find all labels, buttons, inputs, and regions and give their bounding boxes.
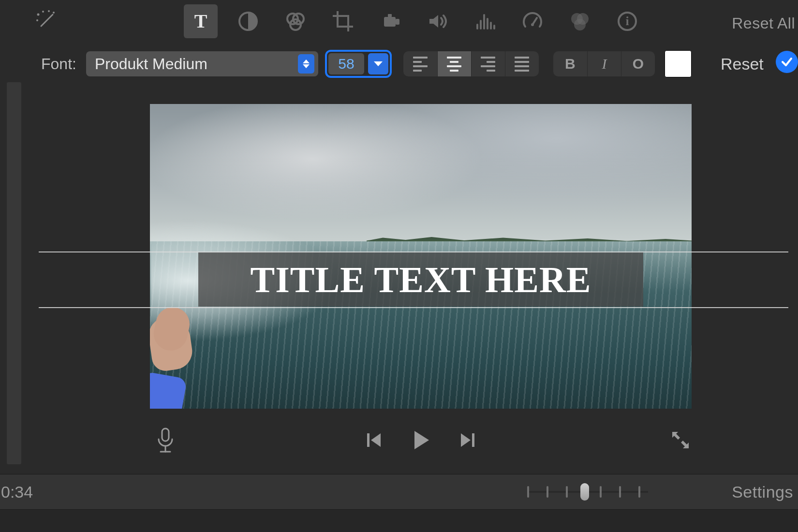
svg-point-3 bbox=[48, 10, 50, 12]
color-correction-inspector-tab[interactable] bbox=[279, 4, 312, 38]
svg-rect-13 bbox=[388, 14, 392, 17]
timeline-zoom-slider[interactable] bbox=[527, 482, 648, 502]
timeline-toolbar: 0:34 Settings bbox=[0, 474, 798, 510]
check-icon bbox=[781, 56, 793, 68]
inspector-strip: T i Reset All bbox=[0, 0, 798, 43]
previous-frame-button[interactable] bbox=[364, 430, 384, 450]
align-left-button[interactable] bbox=[403, 51, 437, 76]
effects-inspector-tab[interactable] bbox=[563, 4, 597, 38]
timecode-display: 0:34 bbox=[1, 483, 33, 502]
svg-rect-27 bbox=[162, 429, 169, 441]
stabilization-inspector-tab[interactable] bbox=[373, 4, 407, 38]
svg-point-5 bbox=[36, 19, 38, 21]
svg-rect-11 bbox=[384, 17, 396, 27]
font-label: Font: bbox=[41, 55, 76, 73]
svg-point-24 bbox=[574, 19, 586, 30]
timeline-area[interactable] bbox=[0, 510, 798, 532]
speed-inspector-tab[interactable] bbox=[516, 4, 549, 38]
svg-rect-31 bbox=[472, 433, 474, 447]
fullscreen-button[interactable] bbox=[669, 429, 692, 451]
play-button[interactable] bbox=[409, 428, 433, 452]
font-family-value: Produkt Medium bbox=[95, 55, 207, 73]
italic-button[interactable]: I bbox=[587, 51, 621, 76]
text-inspector-tab[interactable]: T bbox=[184, 4, 218, 38]
align-justify-button[interactable] bbox=[505, 51, 539, 76]
svg-point-2 bbox=[42, 11, 44, 13]
left-scroll-gutter[interactable] bbox=[7, 82, 21, 464]
timeline-settings-button[interactable]: Settings bbox=[732, 483, 793, 502]
svg-text:i: i bbox=[625, 14, 629, 28]
text-color-swatch[interactable] bbox=[665, 50, 692, 77]
crop-inspector-tab[interactable] bbox=[326, 4, 360, 38]
volume-inspector-tab[interactable] bbox=[421, 4, 455, 38]
enhance-wand-icon[interactable] bbox=[29, 4, 63, 38]
inspector-tabs: T i bbox=[184, 4, 644, 38]
align-right-button[interactable] bbox=[471, 51, 505, 76]
text-properties-bar: Font: Produkt Medium 58 B I O Reset bbox=[0, 49, 798, 78]
next-frame-button[interactable] bbox=[458, 430, 477, 450]
text-style-segmented: B I O bbox=[553, 51, 655, 76]
svg-line-0 bbox=[41, 15, 53, 26]
guide-line-bottom bbox=[39, 307, 788, 308]
bold-button[interactable]: B bbox=[553, 51, 587, 76]
font-size-input[interactable]: 58 bbox=[328, 53, 364, 74]
svg-rect-30 bbox=[367, 433, 369, 447]
svg-point-4 bbox=[53, 12, 55, 14]
font-family-stepper-icon[interactable] bbox=[298, 54, 314, 74]
info-inspector-tab[interactable]: i bbox=[610, 4, 644, 38]
guide-line-top bbox=[39, 251, 788, 252]
chevron-down-icon bbox=[374, 61, 383, 66]
noise-reduction-inspector-tab[interactable] bbox=[468, 4, 502, 38]
apply-check-button[interactable] bbox=[776, 51, 798, 73]
reset-all-button[interactable]: Reset All bbox=[732, 15, 795, 32]
outline-button[interactable]: O bbox=[621, 51, 655, 76]
svg-rect-12 bbox=[396, 19, 399, 25]
align-center-button[interactable] bbox=[437, 51, 471, 76]
font-family-select[interactable]: Produkt Medium bbox=[86, 51, 318, 76]
font-size-dropdown[interactable] bbox=[368, 53, 388, 74]
voiceover-mic-button[interactable] bbox=[155, 427, 176, 454]
svg-point-21 bbox=[531, 23, 534, 26]
text-align-segmented bbox=[403, 51, 539, 76]
transport-controls bbox=[145, 421, 696, 459]
zoom-slider-knob[interactable] bbox=[580, 483, 589, 501]
color-balance-inspector-tab[interactable] bbox=[231, 4, 265, 38]
svg-text:T: T bbox=[194, 10, 207, 32]
svg-point-1 bbox=[37, 14, 40, 16]
reset-text-button[interactable]: Reset bbox=[721, 55, 764, 74]
title-safe-guides bbox=[150, 104, 692, 409]
font-size-group: 58 bbox=[325, 50, 392, 78]
